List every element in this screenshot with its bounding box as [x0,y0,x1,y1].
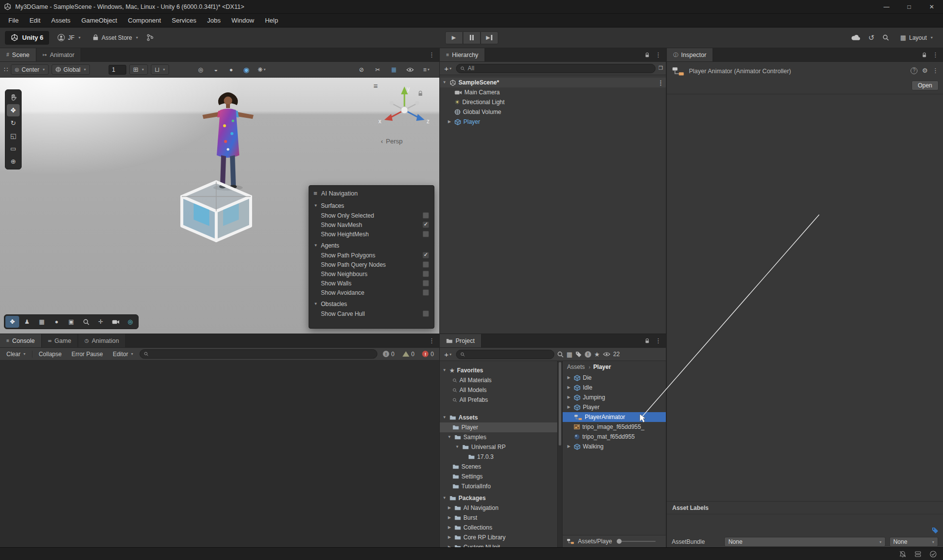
cut-overlay-icon[interactable]: ✂ [371,64,384,75]
version-control-icon[interactable] [146,34,154,41]
play-button[interactable]: ▶ [445,31,463,44]
menu-component[interactable]: Component [122,14,166,27]
packages-root-row[interactable]: Packages [440,493,557,503]
console-log-area[interactable] [0,361,439,547]
foldout-icon[interactable] [447,535,452,539]
hierarchy-item-directional-light[interactable]: ☀ Directional Light [440,97,666,107]
asset-row-jumping[interactable]: ▶Jumping [563,392,666,402]
voxel-tool-button[interactable]: ▣ [64,316,78,328]
drag-handle-icon[interactable]: ≡ [314,190,317,196]
checkbox[interactable] [423,289,429,296]
kebab-icon[interactable]: ⋮ [655,51,661,58]
assets-root-row[interactable]: Assets [440,413,557,422]
foldout-icon[interactable] [447,526,452,530]
move-combined-button[interactable]: ✥ [5,316,19,328]
favorites-header[interactable]: ★Favorites [440,365,557,375]
search-icon[interactable] [883,34,889,41]
checkbox[interactable] [423,261,429,268]
checkbox[interactable] [423,212,429,219]
kebab-icon[interactable]: ⋮ [429,51,435,58]
minimize-button[interactable]: — [875,0,898,13]
orientation-dropdown[interactable]: Global ▾ [52,64,90,75]
presets-icon[interactable]: ⚙ [922,67,928,74]
foldout-icon[interactable] [447,435,452,439]
lock-icon[interactable] [645,52,650,58]
package-ai-navigation[interactable]: AI Navigation [440,503,557,513]
asset-row-idle[interactable]: ▶Idle [563,383,666,392]
cloud-icon[interactable] [851,34,860,41]
foldout-icon[interactable] [313,244,318,248]
foldout-icon[interactable] [442,81,447,84]
compass-button[interactable]: ◎ [123,316,137,328]
agent-tool-button[interactable]: ♟ [20,316,34,328]
transform-tool-button[interactable]: ⊕ [7,155,20,168]
asset-row-player[interactable]: ▶Player [563,402,666,412]
foldout-icon[interactable] [442,416,447,420]
tab-scene[interactable]: # Scene [0,48,36,61]
camera-tool-button[interactable] [109,316,122,328]
checkbox[interactable] [423,271,429,277]
favorite-all-prefabs[interactable]: All Prefabs [440,395,557,405]
snap-settings-dropdown[interactable]: ⊔▾ [151,64,169,75]
code-check-icon[interactable] [930,551,937,558]
hierarchy-item-global-volume[interactable]: Global Volume [440,107,666,117]
grid-paint-button[interactable]: ▦ [35,316,49,328]
tab-hierarchy[interactable]: ≡Hierarchy [440,48,485,61]
cache-server-icon[interactable] [914,551,921,558]
assetbundle-dropdown[interactable]: None▾ [724,537,885,547]
scene-options-icon[interactable]: ⋮ [657,79,664,86]
package-filter-icon[interactable]: ▦ [567,351,572,358]
menu-jobs[interactable]: Jobs [201,14,226,27]
navmesh-cube-gizmo[interactable] [175,178,257,246]
grid-snap-dropdown[interactable]: ⊞▾ [129,64,148,75]
foldout-icon[interactable] [313,204,318,208]
grid-size-field[interactable]: 1 [109,65,126,75]
package-burst[interactable]: Burst [440,513,557,523]
overlay-menu-icon[interactable]: ≡ [373,82,378,90]
pivot-mode-dropdown[interactable]: ◎ Center ▾ [11,64,49,75]
menu-services[interactable]: Services [167,14,202,27]
audio-mute-icon[interactable]: ⊘ [355,64,368,75]
toolbar-grip-icon[interactable]: ∷ [4,66,8,73]
gizmo-lock-icon[interactable] [418,90,423,97]
projection-label[interactable]: ‹ Persp [381,138,430,145]
assetbundle-variant-dropdown[interactable]: None▾ [889,537,938,547]
shading-mode-icon[interactable]: ◒ [210,64,222,75]
folder-samples[interactable]: Samples [440,432,557,442]
error-count-badge[interactable]: 0 [420,351,436,358]
folder-scenes[interactable]: Scenes [440,462,557,472]
asset-row-walking[interactable]: ▶Walking [563,442,666,451]
section-agents[interactable]: Agents [309,241,434,251]
checkbox[interactable] [423,280,429,286]
asset-row-tripo-mat[interactable]: tripo_mat_f65dd955 [563,432,666,442]
tab-animation[interactable]: ◷Animation [78,334,126,347]
foldout-icon[interactable]: ▶ [566,445,572,448]
menu-help[interactable]: Help [259,14,284,27]
help-icon[interactable] [911,67,917,74]
kebab-icon[interactable]: ⋮ [655,337,661,344]
account-dropdown[interactable]: JF ▾ [54,31,84,44]
rect-tool-button[interactable]: ▭ [7,142,20,155]
favorite-all-models[interactable]: All Models [440,385,557,395]
folder-player[interactable]: Player [440,422,557,432]
editor-dropdown[interactable]: Editor▾ [109,349,136,359]
checkbox[interactable] [423,310,429,317]
console-search-input[interactable] [140,349,377,359]
project-search-input[interactable] [456,350,554,359]
foldout-icon[interactable]: ▶ [566,376,572,380]
thumbnail-zoom-slider[interactable] [617,541,656,542]
pause-button[interactable] [463,31,481,44]
menu-edit[interactable]: Edit [24,14,46,27]
create-dropdown[interactable]: +▾ [443,350,453,359]
favorites-star-icon[interactable]: ★ [594,351,600,358]
hierarchy-search-input[interactable]: All [456,64,656,73]
collapse-button[interactable]: Collapse [35,349,65,359]
lighting-toggle-icon[interactable]: ◉ [240,64,253,75]
breadcrumb-root[interactable]: Assets [567,364,585,370]
layout-dropdown[interactable]: ▦ Layout ▾ [897,31,936,44]
hand-tool-button[interactable] [7,91,20,104]
asset-labels-header[interactable]: Asset Labels [667,502,943,514]
asset-row-tripo-image[interactable]: tripo_image_f65dd955_ [563,422,666,432]
zoom-tool-button[interactable] [79,316,93,328]
close-button[interactable]: ✕ [920,0,943,13]
